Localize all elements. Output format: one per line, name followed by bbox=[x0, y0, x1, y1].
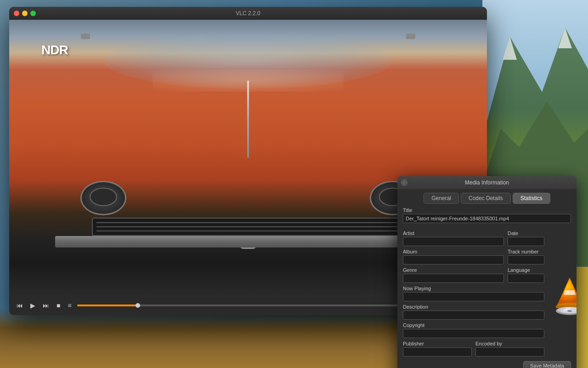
genre-input[interactable] bbox=[403, 274, 504, 283]
genre-field: Genre bbox=[403, 267, 504, 283]
encoded-by-label: Encoded by bbox=[475, 341, 544, 346]
encoded-by-field: Encoded by bbox=[475, 341, 544, 356]
publisher-encoded-row: Publisher Encoded by bbox=[403, 341, 544, 356]
language-input[interactable] bbox=[508, 274, 544, 283]
window-controls bbox=[14, 11, 36, 16]
album-label: Album bbox=[403, 249, 504, 254]
copyright-row: Copyright bbox=[403, 322, 544, 338]
save-button-row: Save Metadata bbox=[397, 359, 577, 368]
panel-fields: Artist Date Album Track number bbox=[403, 230, 544, 359]
artist-label: Artist bbox=[403, 230, 504, 236]
rewind-button[interactable]: ⏮ bbox=[15, 301, 25, 310]
now-playing-field: Now Playing bbox=[403, 286, 544, 301]
artist-input[interactable] bbox=[403, 237, 504, 246]
panel-tabs: General Codec Details Statistics bbox=[397, 189, 577, 207]
date-field: Date bbox=[508, 230, 544, 246]
now-playing-input[interactable] bbox=[403, 292, 544, 301]
artist-field: Artist bbox=[403, 230, 504, 246]
publisher-label: Publisher bbox=[403, 341, 472, 346]
title-input[interactable] bbox=[403, 214, 571, 223]
fast-forward-button[interactable]: ⏭ bbox=[41, 301, 51, 310]
now-playing-label: Now Playing bbox=[403, 286, 544, 291]
close-button[interactable] bbox=[14, 11, 19, 16]
tab-general[interactable]: General bbox=[424, 193, 459, 204]
vlc-logo bbox=[549, 274, 577, 316]
panel-close-button[interactable]: × bbox=[401, 179, 407, 186]
description-input[interactable] bbox=[403, 310, 544, 320]
copyright-field: Copyright bbox=[403, 322, 544, 338]
save-metadata-button[interactable]: Save Metadata bbox=[523, 361, 571, 368]
tab-statistics[interactable]: Statistics bbox=[513, 193, 550, 204]
progress-handle[interactable] bbox=[136, 303, 140, 308]
title-label: Title bbox=[403, 207, 571, 213]
media-info-panel: × Media Information General Codec Detail… bbox=[397, 176, 577, 368]
stop-button[interactable]: ■ bbox=[55, 301, 62, 310]
album-track-row: Album Track number bbox=[403, 249, 544, 264]
progress-filled bbox=[77, 305, 138, 306]
description-field: Description bbox=[403, 304, 544, 320]
publisher-input[interactable] bbox=[403, 347, 472, 356]
svg-marker-8 bbox=[564, 290, 576, 295]
genre-language-row: Genre Language bbox=[403, 267, 544, 283]
minimize-button[interactable] bbox=[22, 11, 28, 16]
album-input[interactable] bbox=[403, 255, 504, 264]
panel-form: Title bbox=[397, 207, 577, 230]
track-number-input[interactable] bbox=[508, 255, 544, 264]
tab-codec-details[interactable]: Codec Details bbox=[461, 193, 511, 204]
copyright-input[interactable] bbox=[403, 329, 544, 338]
description-label: Description bbox=[403, 304, 544, 310]
date-label: Date bbox=[508, 230, 544, 236]
vlc-titlebar: VLC 2.2.0 bbox=[9, 7, 487, 20]
track-number-field: Track number bbox=[508, 249, 544, 264]
album-field: Album bbox=[403, 249, 504, 264]
track-number-label: Track number bbox=[508, 249, 544, 254]
publisher-field: Publisher bbox=[403, 341, 472, 356]
title-field: Title bbox=[403, 207, 571, 223]
panel-titlebar: × Media Information bbox=[397, 176, 577, 189]
playlist-button[interactable]: ≡ bbox=[66, 301, 73, 310]
copyright-label: Copyright bbox=[403, 322, 544, 328]
maximize-button[interactable] bbox=[30, 11, 36, 16]
play-button[interactable]: ▶ bbox=[28, 301, 37, 310]
language-field: Language bbox=[508, 267, 544, 283]
panel-title: Media Information bbox=[465, 179, 509, 186]
vlc-window-title: VLC 2.2.0 bbox=[236, 10, 260, 17]
panel-body: Artist Date Album Track number bbox=[397, 230, 577, 359]
ndr-logo: NDR bbox=[41, 43, 68, 58]
language-label: Language bbox=[508, 267, 544, 273]
now-playing-row: Now Playing bbox=[403, 286, 544, 301]
date-input[interactable] bbox=[508, 237, 544, 246]
vlc-logo-area bbox=[549, 230, 577, 359]
artist-date-row: Artist Date bbox=[403, 230, 544, 246]
description-row: Description bbox=[403, 304, 544, 320]
encoded-by-input[interactable] bbox=[475, 347, 544, 356]
genre-label: Genre bbox=[403, 267, 504, 273]
